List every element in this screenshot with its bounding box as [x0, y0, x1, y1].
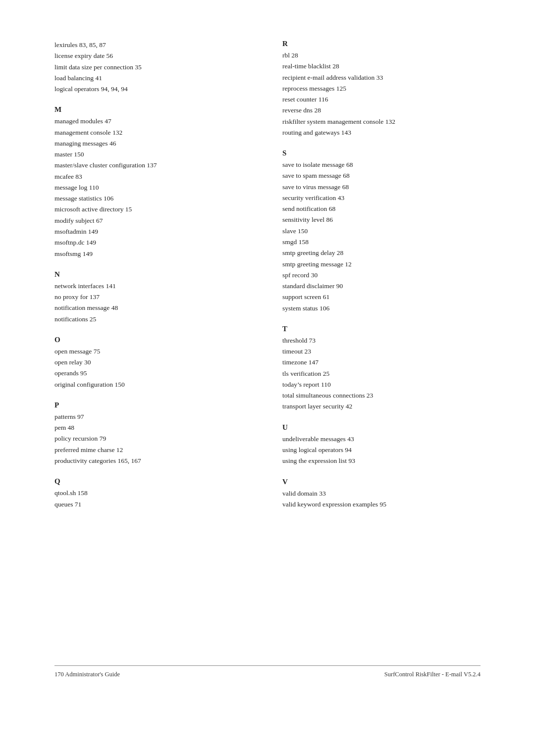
- index-entry: open relay 30: [54, 357, 253, 368]
- footer-right: SurfControl RiskFilter - E-mail V5.2.4: [384, 671, 481, 678]
- index-entry: system status 106: [282, 303, 481, 314]
- index-entry: network interfaces 141: [54, 281, 253, 292]
- index-entry: reverse dns 28: [282, 105, 481, 116]
- section-letter: R: [282, 40, 481, 48]
- index-entry: msoftadmin 149: [54, 226, 253, 237]
- index-entry: mcafee 83: [54, 171, 253, 182]
- index-entry: message log 110: [54, 182, 253, 193]
- index-entry: message statistics 106: [54, 193, 253, 204]
- section-letter: M: [54, 105, 253, 114]
- index-entry: limit data size per connection 35: [54, 62, 253, 73]
- index-entry: load balancing 41: [54, 73, 253, 84]
- index-entry: total simultaneous connections 23: [282, 390, 481, 401]
- index-entry: master/slave cluster configuration 137: [54, 160, 253, 171]
- index-entry: security verification 43: [282, 193, 481, 203]
- index-section: Uundeliverable messages 43using logical …: [282, 423, 481, 467]
- index-entry: timeout 23: [282, 346, 481, 357]
- index-entry: smgd 158: [282, 237, 481, 248]
- index-entry: preferred mime charse 12: [54, 445, 253, 455]
- index-entry: managed modules 47: [54, 116, 253, 127]
- index-section: Tthreshold 73timeout 23timezone 147tls v…: [282, 325, 481, 412]
- index-entry: policy recursion 79: [54, 433, 253, 444]
- index-entry: lexirules 83, 85, 87: [54, 40, 253, 50]
- index-entry: support screen 61: [282, 292, 481, 302]
- section-letter: T: [282, 325, 481, 333]
- index-entry: standard disclaimer 90: [282, 281, 481, 292]
- index-entry: send notification 68: [282, 203, 481, 214]
- index-entry: save to spam message 68: [282, 170, 481, 181]
- index-entry: valid domain 33: [282, 488, 481, 499]
- index-entry: routing and gateways 143: [282, 127, 481, 138]
- index-entry: original configuration 150: [54, 379, 253, 390]
- index-entry: timezone 147: [282, 357, 481, 368]
- index-entry: today’s report 110: [282, 379, 481, 390]
- index-entry: managing messages 46: [54, 138, 253, 149]
- index-entry: using the expression list 93: [282, 455, 481, 466]
- index-entry: pem 48: [54, 422, 253, 433]
- index-entry: smtp greeting delay 28: [282, 248, 481, 258]
- index-entry: management console 132: [54, 127, 253, 138]
- left-column: lexirules 83, 85, 87license expiry date …: [54, 40, 253, 646]
- index-entry: qtool.sh 158: [54, 488, 253, 499]
- index-section: Vvalid domain 33valid keyword expression…: [282, 478, 481, 510]
- index-entry: transport layer security 42: [282, 401, 481, 412]
- index-section: Nnetwork interfaces 141no proxy for 137n…: [54, 270, 253, 325]
- index-entry: spf record 30: [282, 270, 481, 281]
- index-entry: open message 75: [54, 346, 253, 357]
- index-entry: smtp greeting message 12: [282, 259, 481, 270]
- section-letter: O: [54, 336, 253, 344]
- index-entry: no proxy for 137: [54, 292, 253, 302]
- index-section: lexirules 83, 85, 87license expiry date …: [54, 40, 253, 95]
- section-letter: Q: [54, 477, 253, 486]
- index-entry: master 150: [54, 149, 253, 160]
- index-entry: rbl 28: [282, 50, 481, 61]
- index-entry: modify subject 67: [54, 215, 253, 226]
- index-section: Ppatterns 97pem 48policy recursion 79pre…: [54, 401, 253, 466]
- index-section: Mmanaged modules 47management console 13…: [54, 105, 253, 259]
- section-letter: P: [54, 401, 253, 409]
- index-section: Oopen message 75open relay 30operands 95…: [54, 336, 253, 390]
- right-column: Rrbl 28real-time blacklist 28recipient e…: [282, 40, 481, 646]
- page-content: lexirules 83, 85, 87license expiry date …: [0, 0, 535, 718]
- index-entry: valid keyword expression examples 95: [282, 499, 481, 510]
- index-entry: logical operators 94, 94, 94: [54, 84, 253, 95]
- footer-left: 170 Administrator's Guide: [54, 671, 120, 678]
- index-entry: patterns 97: [54, 411, 253, 422]
- index-entry: productivity categories 165, 167: [54, 455, 253, 466]
- index-entry: msoftsmg 149: [54, 249, 253, 259]
- index-columns: lexirules 83, 85, 87license expiry date …: [54, 40, 481, 646]
- section-letter: U: [282, 423, 481, 432]
- index-entry: tls verification 25: [282, 368, 481, 379]
- index-entry: license expiry date 56: [54, 50, 253, 61]
- index-entry: notification message 48: [54, 302, 253, 313]
- index-entry: queues 71: [54, 499, 253, 510]
- index-entry: threshold 73: [282, 335, 481, 346]
- page-footer: 170 Administrator's Guide SurfControl Ri…: [54, 665, 481, 678]
- index-section: Rrbl 28real-time blacklist 28recipient e…: [282, 40, 481, 138]
- index-entry: reprocess messages 125: [282, 83, 481, 94]
- index-entry: real-time blacklist 28: [282, 61, 481, 72]
- index-entry: microsoft active directory 15: [54, 204, 253, 215]
- index-section: Qqtool.sh 158queues 71: [54, 477, 253, 510]
- section-letter: S: [282, 149, 481, 157]
- index-section: Ssave to isolate message 68save to spam …: [282, 149, 481, 314]
- index-entry: using logical operators 94: [282, 445, 481, 455]
- index-entry: operands 95: [54, 368, 253, 379]
- index-entry: save to virus message 68: [282, 182, 481, 193]
- index-entry: recipient e-mail address validation 33: [282, 72, 481, 83]
- section-letter: N: [54, 270, 253, 279]
- index-entry: sensitivity level 86: [282, 214, 481, 225]
- index-entry: reset counter 116: [282, 94, 481, 105]
- index-entry: riskfilter system management console 132: [282, 116, 481, 127]
- index-entry: save to isolate message 68: [282, 159, 481, 170]
- section-letter: V: [282, 478, 481, 486]
- index-entry: notifications 25: [54, 314, 253, 325]
- index-entry: slave 150: [282, 226, 481, 237]
- index-entry: msoftnp.dc 149: [54, 237, 253, 248]
- index-entry: undeliverable messages 43: [282, 434, 481, 445]
